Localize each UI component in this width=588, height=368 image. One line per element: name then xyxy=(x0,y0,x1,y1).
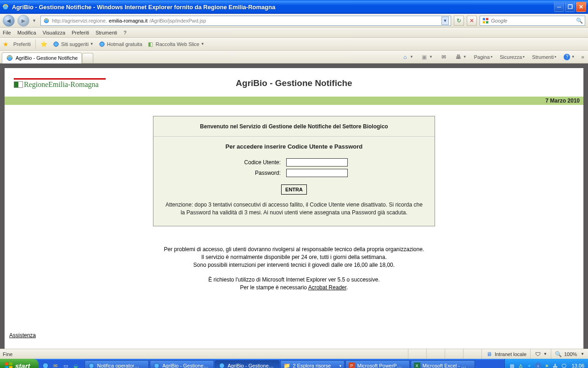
password-input[interactable] xyxy=(286,169,348,177)
page-date: 7 Marzo 2010 xyxy=(545,98,580,104)
zoom-icon: 🔍 xyxy=(555,351,562,358)
window-minimize-button[interactable]: ─ xyxy=(554,2,564,12)
page-body: RegioneEmilia-Romagna AgriBio - Gestione… xyxy=(5,68,583,349)
menu-file[interactable]: File xyxy=(3,30,11,35)
menu-strumenti[interactable]: Strumenti xyxy=(96,30,117,35)
print-icon: 🖶 xyxy=(455,53,462,61)
mail-icon: ✉ xyxy=(440,53,447,61)
print-button[interactable]: 🖶▼ xyxy=(453,52,469,62)
menu-visualizza[interactable]: Visualizza xyxy=(43,30,65,35)
search-icon[interactable]: 🔍 xyxy=(576,17,583,24)
ie-icon xyxy=(218,362,226,368)
svg-rect-5 xyxy=(486,21,488,23)
ql-ie-icon[interactable] xyxy=(41,362,50,368)
tools-menu[interactable]: Strumenti▾ xyxy=(530,53,558,61)
window-title: AgriBio - Gestione Notifiche - Windows I… xyxy=(12,4,554,11)
help-button[interactable]: ?▼ xyxy=(562,53,577,61)
task-button[interactable]: Notifica operator… xyxy=(85,360,149,368)
nav-history-dropdown[interactable]: ▼ xyxy=(32,18,38,23)
excel-icon: X xyxy=(414,362,420,368)
user-label: Codice Utente: xyxy=(207,159,281,166)
tray-icon[interactable]: 🖵 xyxy=(561,362,567,368)
svg-rect-4 xyxy=(483,21,485,23)
svg-point-7 xyxy=(100,42,104,46)
menu-bar: File Modifica Visualizza Preferiti Strum… xyxy=(0,28,588,38)
url-suffix: /AgriBio/jsp/indexPwd.jsp xyxy=(149,18,206,23)
task-button[interactable]: PMicrosoft PowerP… xyxy=(345,360,410,368)
back-button[interactable]: ◄ xyxy=(3,15,15,27)
status-cell xyxy=(426,349,445,359)
tray-icon[interactable]: ▤ xyxy=(509,362,515,368)
acrobat-link[interactable]: Acrobat Reader xyxy=(308,284,346,291)
tray-expand-icon[interactable]: ‹ xyxy=(535,362,541,368)
security-zone[interactable]: 🖥 Intranet locale xyxy=(481,349,530,359)
task-button[interactable]: AgriBio - Gestione… xyxy=(150,360,214,368)
fav-hotmail[interactable]: Hotmail gratuita xyxy=(98,40,142,48)
task-button[interactable]: 📁2 Esplora risorse▾ xyxy=(280,360,345,368)
fav-label: Raccolta Web Slice xyxy=(156,41,199,47)
favorites-label[interactable]: Preferiti xyxy=(13,41,31,47)
tray-icon[interactable]: ☀ xyxy=(543,362,550,368)
search-box[interactable]: 🔍 xyxy=(480,16,585,26)
windows-logo-icon xyxy=(5,362,13,368)
login-heading: Benvenuto nel Servizio di Gestione delle… xyxy=(153,116,435,137)
stop-button[interactable]: ✕ xyxy=(467,16,477,26)
tray-icon[interactable]: 🖧 xyxy=(552,362,559,368)
login-subheading: Per accedere inserire Codice Utente e Pa… xyxy=(159,143,429,150)
footer-line-3: Sono possibili interruzioni per interven… xyxy=(152,261,436,269)
user-input[interactable] xyxy=(286,158,348,167)
fav-siti-suggeriti[interactable]: Siti suggeriti ▼ xyxy=(52,40,94,48)
ql-app-icon[interactable]: ◒ xyxy=(72,362,80,368)
fav-webslice[interactable]: ◧ Raccolta Web Slice ▼ xyxy=(147,40,204,48)
address-bar[interactable]: http://agriservizi.regione.emilia-romagn… xyxy=(40,16,451,26)
refresh-button[interactable]: ↻ xyxy=(454,16,464,26)
mail-button[interactable]: ✉ xyxy=(438,52,449,62)
status-cell xyxy=(408,349,426,359)
navigation-toolbar: ◄ ► ▼ http://agriservizi.regione.emilia-… xyxy=(0,14,588,28)
start-button[interactable]: start xyxy=(0,359,39,368)
login-button[interactable]: ENTRA xyxy=(281,184,307,195)
page-menu[interactable]: Pagina▾ xyxy=(472,53,494,61)
window-titlebar: AgriBio - Gestione Notifiche - Windows I… xyxy=(0,0,588,14)
feeds-button[interactable]: ▣▼ xyxy=(419,52,435,62)
home-button[interactable]: ⌂▼ xyxy=(400,52,415,62)
footer-line-5: Per le stampe è necessario Acrobat Reade… xyxy=(152,284,436,292)
task-button[interactable]: AgriBio - Gestione… xyxy=(215,360,279,368)
add-favorite-icon[interactable]: ⭐ xyxy=(40,40,48,48)
powerpoint-icon: P xyxy=(349,362,355,368)
tray-icon[interactable]: ✦ xyxy=(526,362,532,368)
flag-icon xyxy=(14,81,23,88)
menu-modifica[interactable]: Modifica xyxy=(17,30,36,35)
window-maximize-button[interactable]: ❐ xyxy=(565,2,575,12)
overflow-chevron-icon[interactable]: » xyxy=(580,54,585,60)
svg-rect-11 xyxy=(5,366,8,368)
content-frame: RegioneEmilia-Romagna AgriBio - Gestione… xyxy=(0,63,588,349)
home-icon: ⌂ xyxy=(401,53,409,61)
fav-label: Hotmail gratuita xyxy=(107,41,142,47)
new-tab-button[interactable] xyxy=(82,53,93,63)
window-close-button[interactable]: ✕ xyxy=(576,2,586,12)
ql-desktop-icon[interactable]: ▭ xyxy=(62,362,70,368)
help-icon: ? xyxy=(564,54,570,60)
ie-icon xyxy=(153,362,160,368)
tab-current[interactable]: AgriBio - Gestione Notifiche xyxy=(2,52,82,63)
address-dropdown[interactable]: ▼ xyxy=(441,17,449,25)
forward-button[interactable]: ► xyxy=(17,15,29,27)
svg-rect-3 xyxy=(486,18,488,20)
task-button[interactable]: XMicrosoft Excel - … xyxy=(411,360,475,368)
tray-icon[interactable]: ⚠ xyxy=(517,362,524,368)
assistenza-link[interactable]: Assistenza xyxy=(9,332,36,339)
security-menu[interactable]: Sicurezza▾ xyxy=(498,53,526,61)
menu-help[interactable]: ? xyxy=(124,30,126,35)
protected-mode-cell[interactable]: 🛡▼ xyxy=(530,349,551,359)
ql-outlook-icon[interactable]: ✉ xyxy=(51,362,60,368)
chevron-down-icon: ▼ xyxy=(201,42,204,46)
clock[interactable]: 13.06 xyxy=(570,363,584,368)
folder-icon: 📁 xyxy=(283,362,291,368)
menu-preferiti[interactable]: Preferiti xyxy=(72,30,89,35)
search-input[interactable] xyxy=(491,18,574,23)
zoom-control[interactable]: 🔍 100% ▼ xyxy=(551,349,588,359)
command-bar: ⌂▼ ▣▼ ✉ 🖶▼ Pagina▾ Sicurezza▾ Strumenti▾… xyxy=(400,52,585,62)
favorites-bar: ★ Preferiti ⭐ Siti suggeriti ▼ Hotmail g… xyxy=(0,38,588,51)
task-buttons: Notifica operator… AgriBio - Gestione… A… xyxy=(83,360,505,368)
